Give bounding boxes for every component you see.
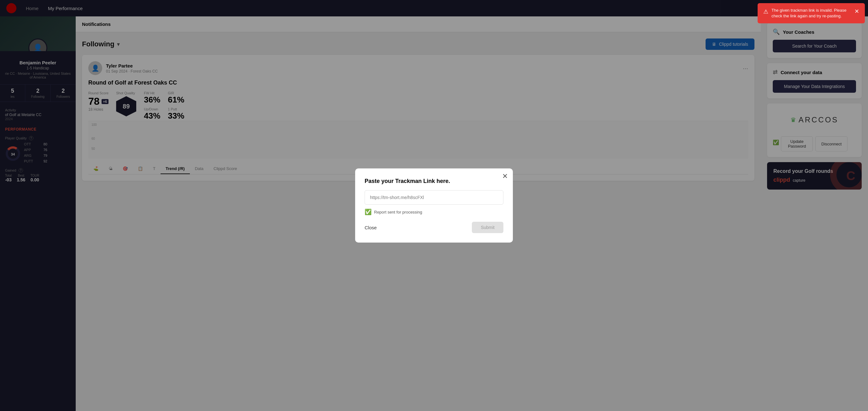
- error-banner-message: The given trackman link is invalid. Plea…: [772, 7, 851, 19]
- error-close-btn[interactable]: ✕: [855, 7, 859, 15]
- modal-title: Paste your Trackman Link here.: [365, 178, 503, 185]
- modal-success-message: ✅ Report sent for processing: [365, 209, 503, 215]
- error-banner: ⚠ The given trackman link is invalid. Pl…: [757, 3, 865, 23]
- modal-close-btn[interactable]: Close: [365, 225, 377, 230]
- trackman-modal: Paste your Trackman Link here. ✕ ✅ Repor…: [355, 168, 513, 243]
- modal-actions: Close Submit: [365, 222, 503, 233]
- modal-close-x-btn[interactable]: ✕: [502, 173, 508, 180]
- success-message-text: Report sent for processing: [374, 210, 422, 215]
- trackman-link-input[interactable]: [365, 190, 503, 205]
- modal-overlay: Paste your Trackman Link here. ✕ ✅ Repor…: [0, 0, 868, 411]
- success-check-icon: ✅: [365, 209, 372, 215]
- modal-submit-btn[interactable]: Submit: [472, 222, 503, 233]
- warning-icon: ⚠: [763, 8, 768, 16]
